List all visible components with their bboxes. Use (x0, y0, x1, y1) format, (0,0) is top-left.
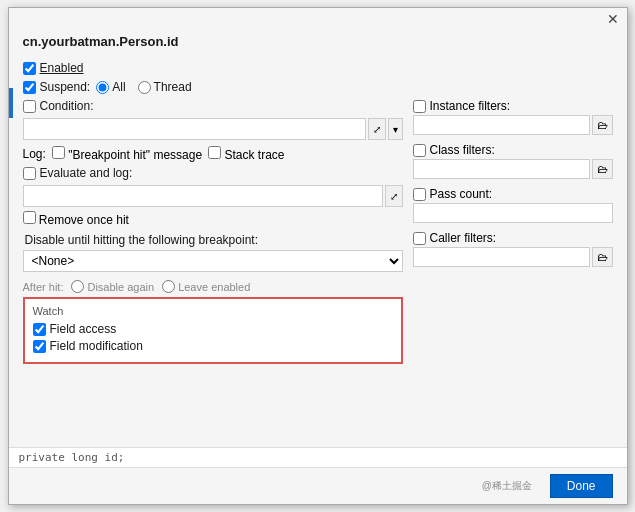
condition-section: Condition: ⤢ ▾ (23, 99, 403, 140)
remove-section: Remove once hit (23, 211, 403, 227)
suspend-radio-group: All Thread (96, 80, 191, 94)
caller-filters-item: Caller filters: 🗁 (413, 231, 613, 267)
class-filters-checkbox[interactable] (413, 144, 426, 157)
breakpoint-hit-checkbox[interactable] (52, 146, 65, 159)
condition-input-row: ⤢ ▾ (23, 118, 403, 140)
close-button[interactable]: ✕ (605, 12, 621, 26)
instance-filters-folder-button[interactable]: 🗁 (592, 115, 613, 135)
class-filters-input[interactable] (413, 159, 590, 179)
field-access-checkbox[interactable] (33, 323, 46, 336)
condition-checkbox[interactable] (23, 100, 36, 113)
breakpoint-title: cn.yourbatman.Person.id (23, 34, 613, 53)
class-filters-folder-button[interactable]: 🗁 (592, 159, 613, 179)
disable-again-label[interactable]: Disable again (71, 280, 154, 293)
disable-label: Disable until hitting the following brea… (25, 233, 403, 247)
stack-trace-checkbox[interactable] (208, 146, 221, 159)
blue-accent-bar (9, 88, 13, 118)
enabled-label[interactable]: Enabled (23, 61, 84, 75)
class-filters-label[interactable]: Class filters: (413, 143, 495, 157)
class-filters-item: Class filters: 🗁 (413, 143, 613, 179)
expand-evaluate-button[interactable]: ⤢ (385, 185, 403, 207)
breakpoint-dialog: ✕ cn.yourbatman.Person.id Enabled Suspen… (8, 7, 628, 505)
watermark: @稀土掘金 (23, 479, 542, 493)
evaluate-input-row: ⤢ (23, 185, 403, 207)
enabled-checkbox[interactable] (23, 62, 36, 75)
disable-section: Disable until hitting the following brea… (23, 233, 403, 272)
suspend-label[interactable]: Suspend: (23, 80, 91, 94)
pass-count-label[interactable]: Pass count: (413, 187, 493, 201)
expand-condition-button[interactable]: ⤢ (368, 118, 386, 140)
leave-enabled-radio[interactable] (162, 280, 175, 293)
stack-trace-label[interactable]: Stack trace (208, 146, 284, 162)
dialog-body: cn.yourbatman.Person.id Enabled Suspend:… (9, 30, 627, 447)
evaluate-row: Evaluate and log: (23, 166, 403, 180)
pass-count-checkbox[interactable] (413, 188, 426, 201)
disable-select[interactable]: <None> (23, 250, 403, 272)
enabled-row: Enabled (23, 61, 613, 75)
evaluate-input[interactable] (23, 185, 383, 207)
pass-count-label-row: Pass count: (413, 187, 613, 201)
field-access-label[interactable]: Field access (33, 322, 117, 336)
instance-filters-label[interactable]: Instance filters: (413, 99, 511, 113)
instance-filters-label-row: Instance filters: (413, 99, 613, 113)
title-bar: ✕ (9, 8, 627, 30)
class-filters-label-row: Class filters: (413, 143, 613, 157)
log-row: Log: "Breakpoint hit" message Stack trac… (23, 146, 403, 162)
remove-once-hit-checkbox[interactable] (23, 211, 36, 224)
suspend-row: Suspend: All Thread (23, 80, 613, 94)
breakpoint-hit-label[interactable]: "Breakpoint hit" message (52, 146, 202, 162)
field-access-row: Field access (33, 322, 393, 336)
after-hit-label: After hit: (23, 281, 64, 293)
caller-filters-input[interactable] (413, 247, 590, 267)
watch-title: Watch (33, 305, 393, 317)
remove-once-hit-label[interactable]: Remove once hit (23, 213, 129, 227)
caller-filters-label-row: Caller filters: (413, 231, 613, 245)
right-panel: Instance filters: 🗁 Class filters: (413, 99, 613, 437)
watch-section: Watch Field access Field modification (23, 297, 403, 364)
instance-filters-input[interactable] (413, 115, 590, 135)
after-hit-row: After hit: Disable again Leave enabled (23, 280, 403, 293)
pass-count-input[interactable] (413, 203, 613, 223)
pass-count-input-row (413, 203, 613, 223)
field-modification-label[interactable]: Field modification (33, 339, 143, 353)
left-panel: Condition: ⤢ ▾ Log: "Breakpoint hit" mes… (23, 99, 403, 437)
instance-filters-item: Instance filters: 🗁 (413, 99, 613, 135)
field-modification-checkbox[interactable] (33, 340, 46, 353)
caller-filters-folder-button[interactable]: 🗁 (592, 247, 613, 267)
log-label: Log: (23, 147, 46, 161)
evaluate-label[interactable]: Evaluate and log: (23, 166, 133, 180)
leave-enabled-label[interactable]: Leave enabled (162, 280, 250, 293)
caller-filters-input-row: 🗁 (413, 247, 613, 267)
pass-count-item: Pass count: (413, 187, 613, 223)
disable-again-radio[interactable] (71, 280, 84, 293)
footer: @稀土掘金 Done (9, 467, 627, 504)
caller-filters-checkbox[interactable] (413, 232, 426, 245)
main-content: Condition: ⤢ ▾ Log: "Breakpoint hit" mes… (23, 99, 613, 437)
bottom-code: private long id; (9, 447, 627, 467)
done-button[interactable]: Done (550, 474, 613, 498)
condition-input[interactable] (23, 118, 366, 140)
suspend-checkbox[interactable] (23, 81, 36, 94)
field-modification-row: Field modification (33, 339, 393, 353)
all-radio[interactable] (96, 81, 109, 94)
thread-radio-label[interactable]: Thread (138, 80, 192, 94)
instance-filters-checkbox[interactable] (413, 100, 426, 113)
condition-label[interactable]: Condition: (23, 99, 94, 113)
evaluate-checkbox[interactable] (23, 167, 36, 180)
caller-filters-label[interactable]: Caller filters: (413, 231, 497, 245)
evaluate-section: Evaluate and log: ⤢ (23, 166, 403, 207)
instance-filters-input-row: 🗁 (413, 115, 613, 135)
class-filters-input-row: 🗁 (413, 159, 613, 179)
all-radio-label[interactable]: All (96, 80, 125, 94)
dropdown-condition-button[interactable]: ▾ (388, 118, 403, 140)
condition-row: Condition: (23, 99, 403, 113)
thread-radio[interactable] (138, 81, 151, 94)
